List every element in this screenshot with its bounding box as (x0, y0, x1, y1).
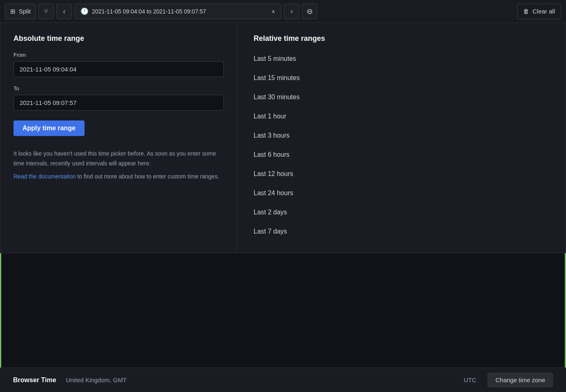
rel-panel-title: Relative time ranges (254, 34, 549, 43)
apply-time-range-button[interactable]: Apply time range (13, 120, 85, 136)
to-input[interactable] (13, 95, 224, 111)
next-button[interactable]: › (284, 4, 299, 19)
prev-icon: ‹ (63, 8, 65, 15)
browser-time-label: Browser Time (13, 376, 56, 384)
zoom-out-button[interactable]: ⊖ (302, 4, 317, 19)
info-text: It looks like you haven't used this time… (13, 149, 224, 169)
relative-time-item-3[interactable]: Last 1 hour (254, 107, 549, 126)
info-text-after-link: to find out more about how to enter cust… (77, 173, 219, 180)
abs-panel-title: Absolute time range (13, 34, 224, 43)
apply-label: Apply time range (22, 125, 76, 131)
clear-all-label: Clear all (533, 8, 555, 15)
absolute-time-panel: Absolute time range From To Apply time r… (0, 23, 237, 253)
utc-label: UTC (463, 376, 476, 383)
change-tz-label: Change time zone (495, 376, 545, 383)
relative-time-item-9[interactable]: Last 7 days (254, 222, 549, 241)
relative-time-item-7[interactable]: Last 24 hours (254, 184, 549, 203)
change-timezone-button[interactable]: Change time zone (488, 373, 553, 387)
relative-time-item-8[interactable]: Last 2 days (254, 203, 549, 222)
relative-time-item-2[interactable]: Last 30 minutes (254, 88, 549, 107)
info-text-1: It looks like you haven't used this time… (13, 150, 216, 167)
trash-icon: 🗑 (523, 8, 529, 15)
top-bar: ⊞ Split ⑂ ‹ 🕐 2021-11-05 09:04:04 to 202… (0, 0, 566, 23)
utc-button[interactable]: UTC (459, 374, 481, 386)
split-button[interactable]: ⊞ Split (5, 4, 36, 19)
relative-time-item-4[interactable]: Last 3 hours (254, 126, 549, 145)
timezone-info: United Kingdom, GMT (66, 376, 127, 383)
relative-time-item-6[interactable]: Last 12 hours (254, 165, 549, 184)
caret-up-icon: ∧ (272, 9, 275, 14)
time-range-display: 2021-11-05 09:04:04 to 2021-11-05 09:07:… (92, 8, 206, 15)
relative-time-item-5[interactable]: Last 6 hours (254, 145, 549, 165)
info-text-2: Read the documentation to find out more … (13, 172, 224, 182)
clock-icon: 🕐 (80, 7, 89, 15)
relative-time-item-1[interactable]: Last 15 minutes (254, 69, 549, 88)
from-input[interactable] (13, 61, 224, 77)
time-range-button[interactable]: 🕐 2021-11-05 09:04:04 to 2021-11-05 09:0… (74, 4, 281, 19)
next-icon: › (290, 8, 292, 15)
read-docs-link-text: Read the documentation (13, 173, 76, 180)
zoom-icon: ⊖ (307, 7, 313, 16)
share-icon: ⑂ (44, 8, 48, 15)
split-label: Split (19, 8, 31, 15)
prev-button[interactable]: ‹ (56, 4, 72, 19)
split-panel-icon: ⊞ (10, 8, 16, 15)
share-button[interactable]: ⑂ (38, 4, 54, 19)
relative-time-panel: Relative time ranges Last 5 minutesLast … (237, 23, 566, 253)
footer-bar: Browser Time United Kingdom, GMT UTC Cha… (0, 368, 566, 392)
relative-time-item-0[interactable]: Last 5 minutes (254, 49, 549, 69)
read-docs-link[interactable]: Read the documentation (13, 173, 77, 180)
to-label: To (13, 85, 224, 91)
clear-all-button[interactable]: 🗑 Clear all (517, 4, 561, 19)
from-label: From (13, 52, 224, 58)
time-picker-dropdown: Absolute time range From To Apply time r… (0, 23, 566, 253)
relative-items-list: Last 5 minutesLast 15 minutesLast 30 min… (254, 49, 549, 241)
